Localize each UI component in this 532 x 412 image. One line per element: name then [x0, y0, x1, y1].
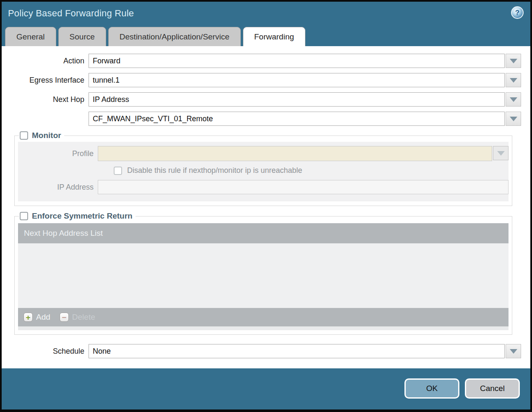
symmetric-return-legend: Enforce Symmetric Return: [19, 211, 136, 221]
add-button-label: Add: [36, 313, 50, 322]
minus-icon: −: [60, 313, 69, 322]
schedule-row: Schedule None: [2, 344, 521, 358]
monitor-fieldset: Monitor Profile Disable this rule if nex…: [14, 131, 512, 206]
action-input[interactable]: Forward: [89, 54, 505, 68]
chevron-down-icon: [510, 78, 517, 83]
next-hop-address-list-header: Next Hop Address List: [18, 223, 509, 243]
help-icon[interactable]: ?: [511, 6, 524, 19]
tab-destination-application-service[interactable]: Destination/Application/Service: [108, 27, 241, 46]
next-hop-dropdown-button[interactable]: [506, 92, 521, 107]
egress-interface-row: Egress Interface tunnel.1: [2, 73, 521, 87]
forwarding-tab-panel: Action Forward Egress Interface tunnel.1…: [2, 46, 530, 368]
next-hop-address-combo: CF_MWAN_IPsec_VTI_01_Remote: [89, 112, 521, 126]
profile-row: Profile: [18, 146, 509, 161]
cancel-button[interactable]: Cancel: [465, 378, 520, 399]
action-label: Action: [2, 57, 89, 65]
monitor-ip-address-input: [98, 180, 509, 194]
chevron-down-icon: [497, 151, 505, 156]
chevron-down-icon: [510, 117, 517, 121]
disable-rule-label: Disable this rule if nexthop/monitor ip …: [127, 166, 302, 175]
tab-forwarding[interactable]: Forwarding: [243, 27, 305, 46]
title-bar: Policy Based Forwarding Rule ?: [2, 2, 530, 25]
profile-combo: [98, 146, 509, 161]
tab-source[interactable]: Source: [58, 27, 106, 46]
disable-rule-checkbox: [114, 167, 122, 175]
monitor-checkbox[interactable]: [20, 131, 28, 140]
next-hop-combo: IP Address: [89, 92, 521, 107]
symmetric-return-checkbox[interactable]: [20, 212, 28, 220]
chevron-down-icon: [510, 349, 517, 354]
tab-bar: General Source Destination/Application/S…: [2, 25, 530, 46]
dialog-title: Policy Based Forwarding Rule: [8, 8, 134, 19]
next-hop-address-list-footer: + Add − Delete: [18, 308, 509, 326]
egress-interface-label: Egress Interface: [2, 76, 89, 85]
plus-icon: +: [23, 313, 33, 322]
monitor-panel: Profile Disable this rule if nexthop/mon…: [18, 142, 509, 201]
table-bottom-strip: [18, 326, 509, 330]
next-hop-address-list-table: Next Hop Address List + Add − Delete: [18, 223, 509, 330]
dialog-footer: OK Cancel: [2, 368, 530, 409]
disable-rule-row: Disable this rule if nexthop/monitor ip …: [114, 166, 509, 175]
monitor-ip-address-row: IP Address: [18, 180, 509, 194]
footer-buttons: OK Cancel: [404, 378, 520, 399]
schedule-dropdown-button[interactable]: [506, 344, 521, 358]
monitor-ip-address-combo: [98, 180, 509, 194]
delete-button-label: Delete: [72, 313, 95, 322]
monitor-legend: Monitor: [19, 131, 64, 140]
ok-button[interactable]: OK: [404, 378, 459, 399]
monitor-legend-label: Monitor: [32, 131, 61, 140]
egress-interface-input[interactable]: tunnel.1: [89, 73, 505, 87]
action-row: Action Forward: [2, 54, 521, 68]
tab-general[interactable]: General: [5, 27, 56, 46]
next-hop-label: Next Hop: [2, 95, 89, 104]
next-hop-address-list-body[interactable]: [18, 243, 509, 308]
schedule-label: Schedule: [2, 347, 89, 356]
next-hop-type-input[interactable]: IP Address: [89, 92, 505, 107]
policy-forwarding-dialog: Policy Based Forwarding Rule ? General S…: [0, 0, 532, 412]
egress-interface-combo: tunnel.1: [89, 73, 521, 87]
schedule-input[interactable]: None: [89, 344, 505, 358]
profile-dropdown-button: [493, 146, 509, 160]
next-hop-row: Next Hop IP Address: [2, 92, 521, 107]
next-hop-address-dropdown-button[interactable]: [506, 112, 521, 126]
monitor-ip-address-label: IP Address: [18, 183, 98, 192]
chevron-down-icon: [510, 97, 517, 102]
egress-interface-dropdown-button[interactable]: [506, 73, 521, 87]
chevron-down-icon: [510, 59, 517, 63]
delete-button: − Delete: [60, 313, 95, 322]
profile-input: [98, 146, 492, 161]
add-button[interactable]: + Add: [23, 313, 50, 322]
action-combo: Forward: [89, 54, 521, 68]
next-hop-address-row: CF_MWAN_IPsec_VTI_01_Remote: [2, 112, 521, 126]
profile-label: Profile: [18, 149, 98, 158]
symmetric-return-legend-label: Enforce Symmetric Return: [32, 211, 133, 221]
schedule-combo: None: [89, 344, 521, 358]
symmetric-return-fieldset: Enforce Symmetric Return Next Hop Addres…: [14, 211, 512, 335]
next-hop-address-input[interactable]: CF_MWAN_IPsec_VTI_01_Remote: [89, 112, 505, 126]
action-dropdown-button[interactable]: [506, 54, 521, 68]
question-mark-glyph: ?: [515, 9, 519, 16]
